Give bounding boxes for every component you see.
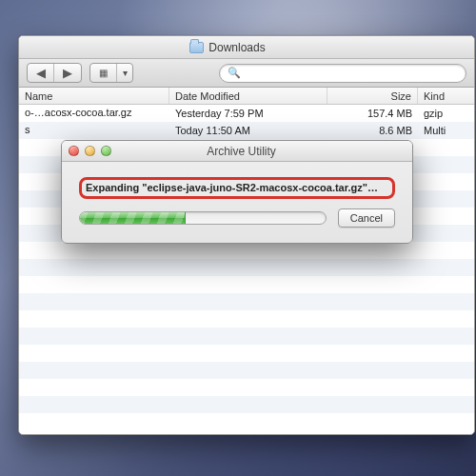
column-header-date[interactable]: Date Modified bbox=[169, 88, 327, 104]
table-row bbox=[19, 242, 474, 259]
table-row bbox=[19, 293, 474, 310]
table-row bbox=[19, 362, 474, 379]
cell-size: 8.6 MB bbox=[327, 122, 418, 139]
cell-date: Yesterday 7:59 PM bbox=[169, 105, 327, 122]
search-input[interactable]: 🔍 bbox=[219, 64, 466, 83]
finder-titlebar[interactable]: Downloads bbox=[19, 36, 474, 59]
cell-date: Today 11:50 AM bbox=[169, 122, 327, 139]
view-mode-button[interactable]: ▦ bbox=[90, 64, 117, 82]
grid-icon: ▦ bbox=[99, 68, 108, 78]
table-row[interactable]: s Today 11:50 AM 8.6 MB Multi bbox=[19, 122, 474, 139]
table-row bbox=[19, 259, 474, 276]
table-row bbox=[19, 327, 474, 345]
column-header-name[interactable]: Name bbox=[19, 88, 169, 104]
back-button[interactable]: ◀ bbox=[28, 64, 54, 82]
dialog-title-text: Archive Utility bbox=[77, 145, 406, 158]
archive-utility-dialog: Archive Utility Expanding "eclipse-java-… bbox=[61, 140, 413, 244]
nav-segment: ◀ ▶ bbox=[27, 63, 82, 83]
table-row bbox=[19, 276, 474, 293]
folder-icon bbox=[189, 42, 204, 53]
cell-name: s bbox=[19, 122, 169, 139]
view-dropdown-button[interactable]: ▾ bbox=[117, 64, 132, 82]
column-headers: Name Date Modified Size Kind bbox=[19, 88, 474, 105]
column-header-size[interactable]: Size bbox=[327, 88, 418, 104]
cell-size: 157.4 MB bbox=[327, 105, 418, 122]
table-row[interactable]: o-…acosx-cocoa.tar.gz Yesterday 7:59 PM … bbox=[19, 105, 474, 122]
forward-button[interactable]: ▶ bbox=[54, 64, 81, 82]
search-icon: 🔍 bbox=[228, 67, 241, 79]
table-row bbox=[19, 396, 474, 413]
highlight-annotation: Expanding "eclipse-java-juno-SR2-macosx-… bbox=[79, 177, 395, 199]
cancel-button[interactable]: Cancel bbox=[338, 208, 395, 228]
finder-title-text: Downloads bbox=[208, 41, 265, 54]
progress-fill bbox=[80, 212, 186, 224]
status-label: Expanding "eclipse-java-juno-SR2-macosx-… bbox=[86, 182, 388, 193]
table-row bbox=[19, 310, 474, 327]
table-row bbox=[19, 379, 474, 396]
chevron-down-icon: ▾ bbox=[123, 68, 128, 78]
cell-kind: gzip bbox=[418, 105, 474, 122]
finder-title: Downloads bbox=[18, 41, 466, 54]
table-row bbox=[19, 345, 474, 362]
progress-bar bbox=[79, 211, 327, 225]
chevron-right-icon: ▶ bbox=[63, 66, 72, 80]
finder-toolbar: ◀ ▶ ▦ ▾ 🔍 bbox=[19, 59, 474, 88]
view-segment: ▦ ▾ bbox=[89, 63, 133, 83]
column-header-kind[interactable]: Kind bbox=[418, 88, 474, 104]
dialog-titlebar[interactable]: Archive Utility bbox=[62, 141, 412, 162]
progress-row: Cancel bbox=[79, 208, 395, 228]
dialog-body: Expanding "eclipse-java-juno-SR2-macosx-… bbox=[62, 162, 412, 243]
cell-kind: Multi bbox=[418, 122, 474, 139]
cell-name: o-…acosx-cocoa.tar.gz bbox=[19, 105, 169, 122]
chevron-left-icon: ◀ bbox=[36, 66, 46, 80]
